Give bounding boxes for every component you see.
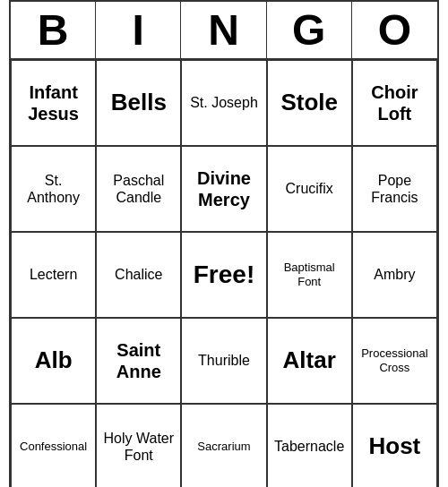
bingo-cell: Processional Cross — [352, 318, 437, 404]
bingo-cell: Alb — [11, 318, 96, 404]
header-letter: B — [11, 2, 96, 58]
bingo-cell: Altar — [267, 318, 352, 404]
bingo-cell: Stole — [267, 60, 352, 146]
bingo-cell: Bells — [96, 60, 181, 146]
bingo-cell: Sacrarium — [181, 404, 266, 487]
bingo-cell: Infant Jesus — [11, 60, 96, 146]
bingo-header: BINGO — [11, 2, 437, 60]
bingo-cell: Baptismal Font — [267, 232, 352, 318]
bingo-cell: Tabernacle — [267, 404, 352, 487]
bingo-cell: St. Anthony — [11, 146, 96, 232]
bingo-cell: Confessional — [11, 404, 96, 487]
bingo-cell: Host — [352, 404, 437, 487]
bingo-cell: Thurible — [181, 318, 266, 404]
bingo-cell: Ambry — [352, 232, 437, 318]
bingo-card: BINGO Infant JesusBellsSt. JosephStoleCh… — [9, 0, 439, 487]
header-letter: G — [267, 2, 352, 58]
bingo-cell: Paschal Candle — [96, 146, 181, 232]
bingo-cell: Holy Water Font — [96, 404, 181, 487]
bingo-cell: St. Joseph — [181, 60, 266, 146]
bingo-cell: Free! — [181, 232, 266, 318]
header-letter: O — [352, 2, 437, 58]
header-letter: N — [181, 2, 266, 58]
bingo-cell: Lectern — [11, 232, 96, 318]
bingo-cell: Crucifix — [267, 146, 352, 232]
header-letter: I — [96, 2, 181, 58]
bingo-grid: Infant JesusBellsSt. JosephStoleChoir Lo… — [11, 60, 437, 487]
bingo-cell: Divine Mercy — [181, 146, 266, 232]
bingo-cell: Pope Francis — [352, 146, 437, 232]
bingo-cell: Saint Anne — [96, 318, 181, 404]
bingo-cell: Chalice — [96, 232, 181, 318]
bingo-cell: Choir Loft — [352, 60, 437, 146]
